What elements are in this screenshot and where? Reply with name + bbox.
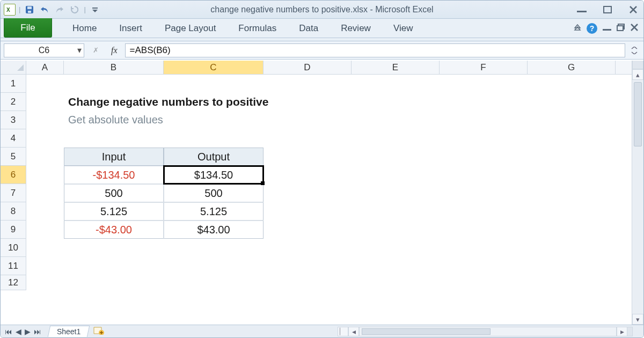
doc-close-icon[interactable] [631, 24, 638, 33]
cell[interactable] [64, 275, 164, 290]
table-cell[interactable]: 5.125 [64, 202, 164, 221]
grid[interactable]: A B C D E F G 1 2 Change negative number… [1, 61, 632, 325]
tab-review[interactable]: Review [339, 19, 373, 38]
row-header-1[interactable]: 1 [1, 75, 26, 93]
cell[interactable] [64, 129, 164, 148]
cell[interactable] [528, 148, 616, 166]
cell[interactable] [26, 257, 64, 275]
new-sheet-icon[interactable] [93, 326, 105, 336]
cell[interactable] [264, 148, 352, 166]
formula-input[interactable]: =ABS(B6) [125, 43, 625, 57]
table-cell[interactable]: 500 [64, 184, 164, 202]
cell[interactable] [64, 257, 164, 275]
hscroll-split-icon[interactable]: ⎸ [338, 327, 348, 336]
cell[interactable] [352, 239, 440, 257]
cell[interactable] [26, 148, 64, 166]
name-box-dropdown-icon[interactable]: ▾ [77, 45, 82, 55]
col-header-f[interactable]: F [440, 61, 528, 74]
sheet-first-icon[interactable]: ⏮ [5, 327, 12, 336]
tab-insert[interactable]: Insert [117, 19, 144, 38]
redo-icon[interactable] [54, 4, 65, 16]
cell[interactable] [352, 275, 440, 290]
cell[interactable] [26, 166, 64, 184]
cell[interactable] [352, 75, 440, 93]
cell[interactable] [528, 221, 616, 239]
cell[interactable] [264, 202, 352, 221]
row-header-4[interactable]: 4 [1, 129, 26, 148]
cell[interactable] [164, 257, 264, 275]
ribbon-expand-icon[interactable] [574, 24, 581, 33]
cell[interactable] [528, 275, 616, 290]
save-icon[interactable] [24, 4, 35, 16]
cell[interactable] [264, 75, 352, 93]
cell[interactable] [64, 239, 164, 257]
row-header-8[interactable]: 8 [1, 202, 26, 221]
name-box[interactable]: C6 ▾ [4, 43, 84, 57]
cell[interactable] [264, 239, 352, 257]
cell[interactable] [26, 111, 64, 129]
cell[interactable] [26, 239, 64, 257]
cell[interactable] [440, 129, 528, 148]
cell[interactable] [26, 184, 64, 202]
cell[interactable] [528, 202, 616, 221]
refresh-icon[interactable] [69, 4, 80, 16]
cell[interactable] [26, 202, 64, 221]
tab-formulas[interactable]: Formulas [236, 19, 279, 38]
cell[interactable] [26, 275, 64, 290]
cell[interactable] [26, 93, 64, 111]
table-cell[interactable]: -$134.50 [64, 166, 164, 184]
split-handle-icon[interactable] [632, 61, 643, 69]
cell[interactable] [264, 184, 352, 202]
doc-minimize-icon[interactable] [603, 24, 611, 32]
cell[interactable] [352, 129, 440, 148]
table-header-input[interactable]: Input [64, 148, 164, 166]
title-cell[interactable]: Change negative numbers to positive [64, 93, 493, 111]
hscroll-right-icon[interactable]: ▸ [617, 327, 627, 336]
undo-icon[interactable] [39, 4, 50, 16]
cell[interactable] [440, 221, 528, 239]
file-tab[interactable]: File [4, 18, 52, 38]
col-header-b[interactable]: B [64, 61, 164, 74]
doc-restore-icon[interactable] [617, 24, 625, 33]
scroll-thumb[interactable] [634, 82, 642, 146]
cell[interactable] [528, 129, 616, 148]
cell[interactable] [352, 148, 440, 166]
cell[interactable] [352, 221, 440, 239]
qat-customize-icon[interactable] [89, 4, 101, 16]
select-all-corner[interactable] [1, 61, 26, 74]
cell[interactable] [528, 257, 616, 275]
horizontal-scrollbar[interactable]: ⎸ ◂ ▸ [338, 325, 643, 337]
cell[interactable] [352, 202, 440, 221]
maximize-icon[interactable] [601, 5, 614, 14]
cell[interactable] [440, 239, 528, 257]
cell[interactable] [528, 184, 616, 202]
row-header-11[interactable]: 11 [1, 257, 26, 275]
hscroll-track[interactable] [359, 327, 617, 336]
col-header-c[interactable]: C [164, 61, 264, 74]
cell[interactable] [440, 275, 528, 290]
cell[interactable] [26, 75, 64, 93]
tab-page-layout[interactable]: Page Layout [163, 19, 218, 38]
excel-icon[interactable]: X [4, 4, 16, 16]
cell[interactable] [64, 75, 164, 93]
row-header-9[interactable]: 9 [1, 221, 26, 239]
scroll-up-icon[interactable]: ▴ [632, 69, 643, 80]
tab-data[interactable]: Data [297, 19, 320, 38]
cell[interactable] [528, 239, 616, 257]
hscroll-split-handle[interactable] [627, 327, 633, 336]
cell[interactable] [440, 202, 528, 221]
col-header-e[interactable]: E [352, 61, 440, 74]
table-cell[interactable]: $43.00 [164, 221, 264, 239]
col-header-g[interactable]: G [528, 61, 616, 74]
row-header-2[interactable]: 2 [1, 93, 26, 111]
cell[interactable] [352, 184, 440, 202]
tab-view[interactable]: View [391, 19, 415, 38]
cell[interactable] [264, 129, 352, 148]
cell[interactable] [164, 239, 264, 257]
row-header-7[interactable]: 7 [1, 184, 26, 202]
vertical-scrollbar[interactable]: ▴ ▾ [632, 61, 643, 325]
cell[interactable] [164, 75, 264, 93]
cell[interactable] [440, 184, 528, 202]
cell[interactable] [264, 275, 352, 290]
cell[interactable] [440, 75, 528, 93]
